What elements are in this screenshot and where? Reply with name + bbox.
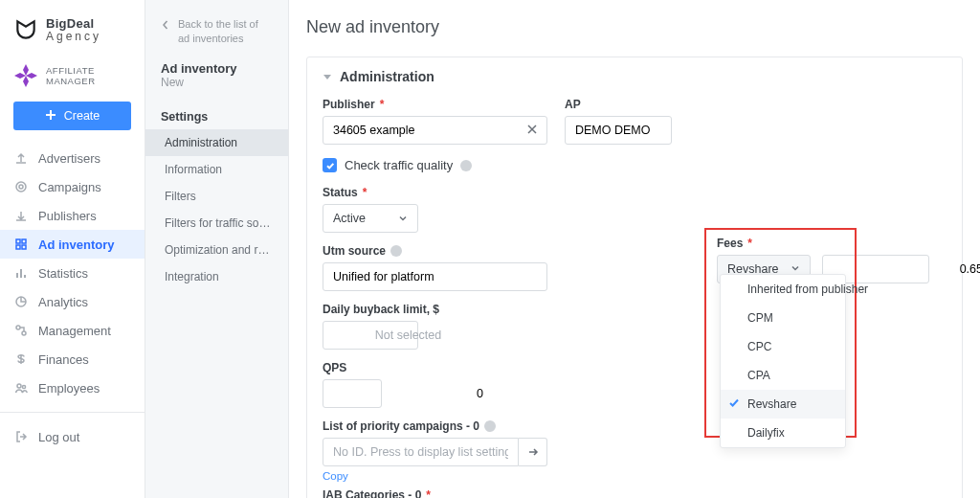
brand-line1: BigDeal	[46, 17, 101, 31]
svg-point-13	[17, 384, 21, 388]
fees-option-cpc[interactable]: CPC	[721, 332, 845, 361]
pie-icon	[13, 294, 29, 309]
nav-campaigns[interactable]: Campaigns	[0, 172, 145, 201]
svg-point-5	[19, 185, 23, 189]
fees-option-inherited[interactable]: Inherited from publisher	[721, 275, 845, 304]
priority-field-group: List of priority campaigns - 0 Copy	[323, 419, 547, 483]
fees-option-revshare[interactable]: Revshare	[721, 390, 845, 419]
svg-rect-8	[16, 245, 20, 249]
subnav-integration[interactable]: Integration	[145, 263, 288, 290]
qps-input[interactable]	[323, 379, 382, 408]
context-subheading: New	[145, 76, 288, 104]
fees-option-cpm[interactable]: CPM	[721, 304, 845, 332]
ap-input-text[interactable]	[575, 124, 725, 137]
iab-field-group: IAB Categories - 0 * Copy Upload/Edit Li…	[323, 488, 547, 498]
priority-input[interactable]	[323, 438, 519, 466]
svg-marker-1	[14, 73, 26, 79]
svg-point-11	[16, 326, 20, 329]
status-value: Active	[333, 212, 366, 225]
subnav-administration[interactable]: Administration	[145, 129, 288, 156]
role-label: AFFILIATE MANAGER	[46, 65, 131, 86]
back-link[interactable]: Back to the list of ad inventories	[145, 13, 288, 61]
subnav-information[interactable]: Information	[145, 156, 288, 183]
fees-label: Fees*	[717, 237, 932, 250]
plus-icon	[45, 109, 56, 124]
subnav-filters-traffic[interactable]: Filters for traffic sour...	[145, 210, 288, 237]
role-row: AFFILIATE MANAGER	[0, 59, 145, 102]
settings-section-title: Settings	[145, 104, 288, 129]
info-icon[interactable]	[484, 420, 496, 432]
info-icon[interactable]	[460, 160, 472, 171]
publisher-input[interactable]	[323, 116, 547, 145]
users-icon	[13, 380, 29, 396]
create-button[interactable]: Create	[13, 102, 131, 130]
clear-icon[interactable]	[527, 124, 537, 137]
priority-copy-link[interactable]: Copy	[323, 470, 348, 482]
nav-ad-inventory[interactable]: Ad inventory	[0, 230, 145, 259]
publisher-input-text[interactable]	[333, 124, 527, 137]
role-avatar-icon	[13, 63, 38, 88]
buyback-input[interactable]	[323, 321, 418, 350]
utm-label: Utm source	[323, 244, 547, 258]
priority-open-button[interactable]	[519, 438, 547, 466]
buyback-field-group: Daily buyback limit, $	[323, 303, 418, 350]
svg-rect-9	[22, 245, 26, 249]
nav-label: Advertisers	[38, 151, 100, 166]
subnav-filters[interactable]: Filters	[145, 183, 288, 210]
nav-label: Management	[38, 324, 111, 338]
status-field-group: Status* Active	[323, 186, 418, 233]
context-panel: Back to the list of ad inventories Ad in…	[145, 0, 289, 498]
nav-finances[interactable]: Finances	[0, 345, 145, 374]
nav-label: Log out	[38, 430, 79, 444]
fees-dropdown: Inherited from publisher CPM CPC CPA Rev…	[720, 274, 846, 448]
fees-option-dailyfix[interactable]: Dailyfix	[721, 419, 845, 447]
ap-input[interactable]	[565, 116, 672, 145]
check-icon	[728, 397, 740, 412]
svg-marker-3	[23, 76, 29, 87]
svg-marker-0	[23, 64, 29, 76]
nav-publishers[interactable]: Publishers	[0, 201, 145, 230]
info-icon[interactable]	[390, 245, 402, 257]
chevron-down-icon	[398, 214, 408, 223]
checkbox-checked-icon[interactable]	[323, 158, 337, 172]
brand-logo-icon	[13, 17, 38, 42]
svg-point-14	[22, 386, 25, 389]
ap-field-group: AP	[565, 98, 672, 145]
nav-logout[interactable]: Log out	[0, 422, 145, 451]
chevron-left-icon	[161, 19, 170, 46]
status-select[interactable]: Active	[323, 204, 418, 233]
buyback-input-text[interactable]	[333, 328, 483, 342]
svg-rect-7	[22, 239, 26, 243]
status-label: Status*	[323, 186, 418, 199]
nav-label: Statistics	[38, 266, 88, 281]
utm-input-text[interactable]	[333, 270, 537, 283]
publisher-label: Publisher*	[323, 98, 547, 111]
triangle-down-icon	[323, 70, 332, 84]
card-title: Administration	[340, 69, 434, 84]
priority-input-text[interactable]	[333, 445, 508, 459]
nav-label: Analytics	[38, 295, 88, 309]
buyback-label: Daily buyback limit, $	[323, 303, 418, 316]
fees-option-cpa[interactable]: CPA	[721, 361, 845, 390]
priority-label: List of priority campaigns - 0	[323, 419, 547, 433]
utm-input[interactable]	[323, 262, 547, 291]
nav-management[interactable]: Management	[0, 316, 145, 345]
fees-number-text[interactable]	[833, 262, 980, 276]
svg-marker-15	[323, 75, 331, 79]
qps-input-text[interactable]	[333, 387, 483, 400]
bars-icon	[13, 265, 29, 281]
check-traffic-row[interactable]: Check traffic quality	[323, 158, 947, 172]
nav-label: Ad inventory	[38, 238, 114, 252]
nav-statistics[interactable]: Statistics	[0, 259, 145, 287]
flow-icon	[13, 323, 29, 338]
nav-advertisers[interactable]: Advertisers	[0, 144, 145, 172]
subnav-optimization[interactable]: Optimization and rules	[145, 237, 288, 263]
nav-employees[interactable]: Employees	[0, 374, 145, 402]
ap-label: AP	[565, 98, 672, 111]
card-collapse-toggle[interactable]: Administration	[323, 69, 947, 84]
back-text: Back to the list of ad inventories	[178, 17, 273, 46]
svg-point-12	[22, 331, 26, 335]
primary-nav: Advertisers Campaigns Publishers Ad inve…	[0, 144, 145, 489]
nav-label: Finances	[38, 352, 89, 367]
nav-analytics[interactable]: Analytics	[0, 287, 145, 316]
